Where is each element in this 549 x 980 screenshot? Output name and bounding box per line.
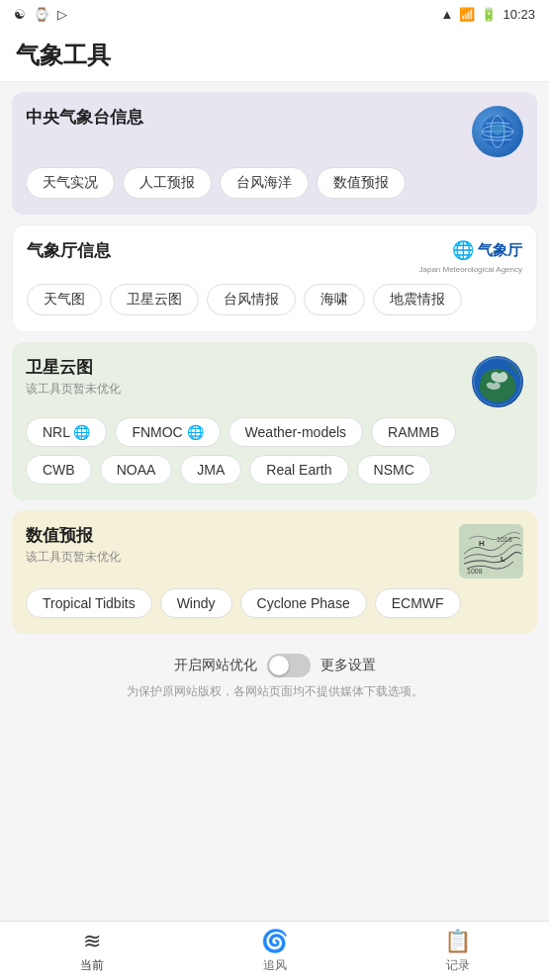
svg-text:H: H bbox=[479, 539, 485, 548]
nav-item-records[interactable]: 📋 记录 bbox=[366, 922, 549, 980]
status-left: ☯ ⌚ ▷ bbox=[14, 7, 67, 22]
numerical-header: 数值预报 该工具页暂未优化 H L 1008 1016 bbox=[26, 524, 523, 579]
cma-globe-icon bbox=[472, 106, 523, 157]
chip-rammb[interactable]: RAMMB bbox=[371, 417, 456, 447]
toggle-knob bbox=[269, 656, 289, 675]
chip-real-earth[interactable]: Real Earth bbox=[249, 455, 348, 485]
numerical-title: 数值预报 bbox=[26, 524, 121, 547]
chip-weixing-yuntu[interactable]: 卫星云图 bbox=[110, 284, 199, 315]
chip-tianqitu[interactable]: 天气图 bbox=[27, 284, 102, 315]
jma-logo-subtext: Japan Meteorological Agency bbox=[418, 265, 522, 274]
svg-text:L: L bbox=[501, 555, 505, 564]
satellite-chip-row: NRL 🌐 FNMOC 🌐 Weather-models RAMMB CWB N… bbox=[26, 417, 523, 485]
jma-logo-text: 气象厅 bbox=[478, 241, 522, 260]
satellite-section: 卫星云图 该工具页暂未优化 NRL 🌐 FNMOC 🌐 Weather-mode… bbox=[12, 342, 537, 500]
status-bar: ☯ ⌚ ▷ ▲ 📶 🔋 10:23 bbox=[0, 0, 549, 28]
chip-fnmoc[interactable]: FNMOC 🌐 bbox=[115, 417, 220, 447]
nav-label-current: 当前 bbox=[80, 957, 104, 974]
chip-weather-models[interactable]: Weather-models bbox=[229, 417, 363, 447]
clock: 10:23 bbox=[503, 7, 535, 22]
jma-section: 气象厅信息 🌐 气象厅 Japan Meteorological Agency … bbox=[12, 224, 537, 332]
battery-icon: 🔋 bbox=[481, 7, 497, 22]
toggle-row: 开启网站优化 更多设置 bbox=[18, 654, 531, 677]
cma-chip-row: 天气实况 人工预报 台风海洋 数值预报 bbox=[26, 167, 523, 199]
chip-dizhen-qingbao[interactable]: 地震情报 bbox=[373, 284, 462, 315]
jma-header: 气象厅信息 🌐 气象厅 Japan Meteorological Agency bbox=[27, 239, 522, 274]
satellite-globe-icon bbox=[472, 356, 523, 407]
main-content: 中央气象台信息 天气实况 人工预报 台风海洋 数值预报 bbox=[0, 82, 549, 793]
app-title: 气象工具 bbox=[16, 40, 533, 71]
chip-noaa[interactable]: NOAA bbox=[100, 455, 173, 485]
more-settings-link[interactable]: 更多设置 bbox=[320, 657, 376, 674]
status-right: ▲ 📶 🔋 10:23 bbox=[441, 7, 535, 22]
cma-section: 中央气象台信息 天气实况 人工预报 台风海洋 数值预报 bbox=[12, 92, 537, 215]
satellite-subtitle: 该工具页暂未优化 bbox=[26, 381, 121, 398]
numerical-section: 数值预报 该工具页暂未优化 H L 1008 1016 bbox=[12, 510, 537, 634]
status-icon-3: ▷ bbox=[57, 7, 67, 22]
chip-cwb[interactable]: CWB bbox=[26, 455, 92, 485]
toggle-switch[interactable] bbox=[267, 654, 311, 677]
bottom-nav: ≋ 当前 🌀 追风 📋 记录 bbox=[0, 921, 549, 980]
settings-row: 开启网站优化 更多设置 为保护原网站版权，各网站页面均不提供媒体下载选项。 bbox=[12, 644, 537, 704]
bottom-spacer bbox=[12, 714, 537, 783]
chip-tropical-tidbits[interactable]: Tropical Tidbits bbox=[26, 588, 152, 618]
nav-icon-typhoon: 🌀 bbox=[261, 929, 288, 954]
notice-text: 为保护原网站版权，各网站页面均不提供媒体下载选项。 bbox=[18, 683, 531, 700]
cma-title: 中央气象台信息 bbox=[26, 106, 143, 129]
chip-taifeng-haiyang[interactable]: 台风海洋 bbox=[220, 167, 309, 199]
chip-haixiao[interactable]: 海啸 bbox=[304, 284, 365, 315]
jma-logo-top: 🌐 气象厅 bbox=[452, 239, 522, 261]
numerical-subtitle: 该工具页暂未优化 bbox=[26, 549, 121, 566]
chip-windy[interactable]: Windy bbox=[160, 588, 232, 618]
chip-taifeng-qingbao[interactable]: 台风情报 bbox=[207, 284, 296, 315]
jma-chip-row: 天气图 卫星云图 台风情报 海啸 地震情报 bbox=[27, 284, 522, 315]
chip-nsmc[interactable]: NSMC bbox=[357, 455, 431, 485]
signal-icon: 📶 bbox=[459, 7, 475, 22]
map-thumbnail: H L 1008 1016 bbox=[459, 524, 523, 579]
wifi-icon: ▲ bbox=[441, 7, 454, 22]
chip-ecmwf[interactable]: ECMWF bbox=[375, 588, 461, 618]
toggle-label: 开启网站优化 bbox=[174, 657, 257, 674]
numerical-chip-row: Tropical Tidbits Windy Cyclone Phase ECM… bbox=[26, 588, 523, 618]
nav-icon-current: ≋ bbox=[83, 929, 101, 954]
chip-rengong-yubao[interactable]: 人工预报 bbox=[123, 167, 212, 199]
svg-text:1016: 1016 bbox=[497, 536, 512, 543]
app-header: 气象工具 bbox=[0, 28, 549, 82]
nav-item-typhoon[interactable]: 🌀 追风 bbox=[183, 922, 366, 980]
satellite-header: 卫星云图 该工具页暂未优化 bbox=[26, 356, 523, 407]
status-icon-2: ⌚ bbox=[34, 7, 49, 22]
satellite-title-block: 卫星云图 该工具页暂未优化 bbox=[26, 356, 121, 407]
svg-text:1008: 1008 bbox=[467, 568, 483, 575]
jma-logo-icon: 🌐 bbox=[452, 239, 474, 261]
jma-logo: 🌐 气象厅 Japan Meteorological Agency bbox=[418, 239, 522, 274]
status-icon-1: ☯ bbox=[14, 7, 26, 22]
chip-nrl[interactable]: NRL 🌐 bbox=[26, 417, 107, 447]
nav-item-current[interactable]: ≋ 当前 bbox=[0, 922, 183, 980]
chip-cyclone-phase[interactable]: Cyclone Phase bbox=[240, 588, 367, 618]
nav-label-typhoon: 追风 bbox=[263, 957, 287, 974]
jma-title: 气象厅信息 bbox=[27, 239, 111, 262]
nav-icon-records: 📋 bbox=[444, 929, 471, 954]
nav-label-records: 记录 bbox=[446, 957, 470, 974]
chip-shuzhi-yubao[interactable]: 数值预报 bbox=[317, 167, 406, 199]
numerical-title-block: 数值预报 该工具页暂未优化 bbox=[26, 524, 121, 576]
satellite-title: 卫星云图 bbox=[26, 356, 121, 379]
chip-jma[interactable]: JMA bbox=[180, 455, 241, 485]
chip-tianqi-shikuang[interactable]: 天气实况 bbox=[26, 167, 115, 199]
cma-header: 中央气象台信息 bbox=[26, 106, 523, 157]
